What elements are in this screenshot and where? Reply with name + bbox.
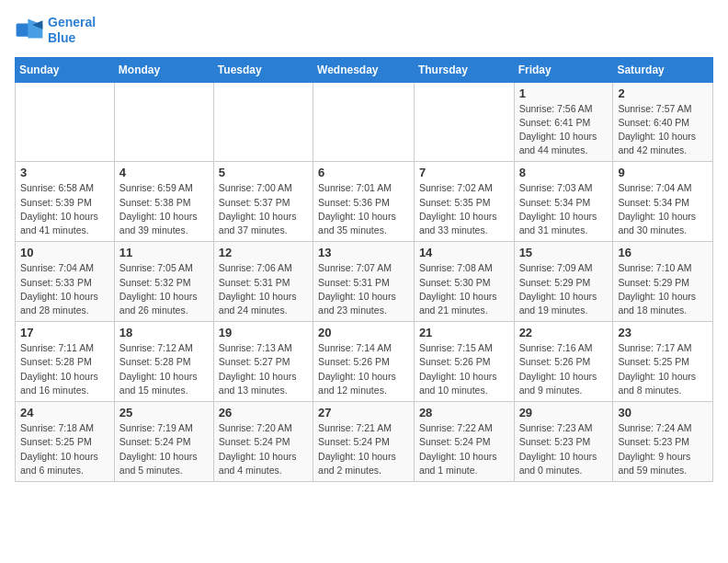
day-cell: 5Sunrise: 7:00 AMSunset: 5:37 PMDaylight… (213, 162, 313, 242)
day-info: Sunrise: 7:04 AMSunset: 5:34 PMDaylight:… (618, 181, 708, 237)
day-cell: 17Sunrise: 7:11 AMSunset: 5:28 PMDayligh… (16, 322, 115, 402)
day-cell: 9Sunrise: 7:04 AMSunset: 5:34 PMDaylight… (613, 162, 713, 242)
day-info: Sunrise: 7:22 AMSunset: 5:24 PMDaylight:… (419, 421, 509, 477)
day-number: 15 (519, 246, 609, 259)
week-row-2: 10Sunrise: 7:04 AMSunset: 5:33 PMDayligh… (16, 242, 713, 322)
day-info: Sunrise: 7:01 AMSunset: 5:36 PMDaylight:… (318, 181, 409, 237)
day-number: 20 (318, 326, 409, 339)
day-cell: 11Sunrise: 7:05 AMSunset: 5:32 PMDayligh… (114, 242, 213, 322)
day-number: 23 (618, 326, 708, 339)
week-row-3: 17Sunrise: 7:11 AMSunset: 5:28 PMDayligh… (16, 322, 713, 402)
day-number: 5 (219, 166, 308, 179)
day-number: 3 (20, 166, 109, 179)
calendar-table: SundayMondayTuesdayWednesdayThursdayFrid… (15, 57, 713, 482)
day-number: 22 (519, 326, 609, 339)
day-info: Sunrise: 7:09 AMSunset: 5:29 PMDaylight:… (519, 261, 609, 317)
day-info: Sunrise: 7:07 AMSunset: 5:31 PMDaylight:… (318, 261, 409, 317)
day-cell: 3Sunrise: 6:58 AMSunset: 5:39 PMDaylight… (16, 162, 115, 242)
day-cell: 19Sunrise: 7:13 AMSunset: 5:27 PMDayligh… (213, 322, 313, 402)
day-info: Sunrise: 7:10 AMSunset: 5:29 PMDaylight:… (618, 261, 708, 317)
day-cell: 4Sunrise: 6:59 AMSunset: 5:38 PMDaylight… (114, 162, 213, 242)
logo-text: General Blue (48, 15, 96, 46)
day-number: 30 (618, 406, 708, 419)
day-info: Sunrise: 7:23 AMSunset: 5:23 PMDaylight:… (519, 421, 609, 477)
day-cell: 14Sunrise: 7:08 AMSunset: 5:30 PMDayligh… (414, 242, 514, 322)
day-cell (114, 82, 213, 162)
header-saturday: Saturday (613, 57, 713, 82)
day-number: 16 (618, 246, 708, 259)
day-number: 24 (20, 406, 109, 419)
day-cell: 24Sunrise: 7:18 AMSunset: 5:25 PMDayligh… (16, 402, 115, 482)
day-info: Sunrise: 7:03 AMSunset: 5:34 PMDaylight:… (519, 181, 609, 237)
page-header: General Blue (15, 15, 713, 46)
day-cell: 29Sunrise: 7:23 AMSunset: 5:23 PMDayligh… (514, 402, 613, 482)
header-thursday: Thursday (414, 57, 514, 82)
header-tuesday: Tuesday (213, 57, 313, 82)
week-row-1: 3Sunrise: 6:58 AMSunset: 5:39 PMDaylight… (16, 162, 713, 242)
day-info: Sunrise: 7:57 AMSunset: 6:40 PMDaylight:… (618, 102, 708, 158)
day-cell: 2Sunrise: 7:57 AMSunset: 6:40 PMDaylight… (613, 82, 713, 162)
day-info: Sunrise: 7:16 AMSunset: 5:26 PMDaylight:… (519, 341, 609, 397)
day-number: 4 (119, 166, 209, 179)
day-cell: 7Sunrise: 7:02 AMSunset: 5:35 PMDaylight… (414, 162, 514, 242)
day-info: Sunrise: 7:12 AMSunset: 5:28 PMDaylight:… (119, 341, 209, 397)
day-cell: 26Sunrise: 7:20 AMSunset: 5:24 PMDayligh… (213, 402, 313, 482)
day-info: Sunrise: 7:56 AMSunset: 6:41 PMDaylight:… (519, 102, 609, 158)
day-info: Sunrise: 7:17 AMSunset: 5:25 PMDaylight:… (618, 341, 708, 397)
day-number: 11 (119, 246, 209, 259)
day-cell: 21Sunrise: 7:15 AMSunset: 5:26 PMDayligh… (414, 322, 514, 402)
day-info: Sunrise: 7:04 AMSunset: 5:33 PMDaylight:… (20, 261, 109, 317)
day-number: 29 (519, 406, 609, 419)
day-number: 1 (519, 86, 609, 100)
day-number: 28 (419, 406, 509, 419)
day-number: 21 (419, 326, 509, 339)
day-info: Sunrise: 7:15 AMSunset: 5:26 PMDaylight:… (419, 341, 509, 397)
day-cell: 10Sunrise: 7:04 AMSunset: 5:33 PMDayligh… (16, 242, 115, 322)
day-info: Sunrise: 7:00 AMSunset: 5:37 PMDaylight:… (219, 181, 308, 237)
week-row-4: 24Sunrise: 7:18 AMSunset: 5:25 PMDayligh… (16, 402, 713, 482)
day-cell: 28Sunrise: 7:22 AMSunset: 5:24 PMDayligh… (414, 402, 514, 482)
day-info: Sunrise: 7:20 AMSunset: 5:24 PMDaylight:… (219, 421, 308, 477)
day-info: Sunrise: 7:21 AMSunset: 5:24 PMDaylight:… (318, 421, 409, 477)
day-number: 8 (519, 166, 609, 179)
day-number: 19 (219, 326, 308, 339)
header-monday: Monday (114, 57, 213, 82)
day-info: Sunrise: 6:58 AMSunset: 5:39 PMDaylight:… (20, 181, 109, 237)
day-info: Sunrise: 7:02 AMSunset: 5:35 PMDaylight:… (419, 181, 509, 237)
day-number: 6 (318, 166, 409, 179)
day-cell: 25Sunrise: 7:19 AMSunset: 5:24 PMDayligh… (114, 402, 213, 482)
day-number: 25 (119, 406, 209, 419)
day-cell: 30Sunrise: 7:24 AMSunset: 5:23 PMDayligh… (613, 402, 713, 482)
day-number: 27 (318, 406, 409, 419)
day-cell: 12Sunrise: 7:06 AMSunset: 5:31 PMDayligh… (213, 242, 313, 322)
week-row-0: 1Sunrise: 7:56 AMSunset: 6:41 PMDaylight… (16, 82, 713, 162)
header-wednesday: Wednesday (313, 57, 415, 82)
day-number: 2 (618, 86, 708, 100)
day-cell: 22Sunrise: 7:16 AMSunset: 5:26 PMDayligh… (514, 322, 613, 402)
header-friday: Friday (514, 57, 613, 82)
day-number: 26 (219, 406, 308, 419)
day-info: Sunrise: 7:06 AMSunset: 5:31 PMDaylight:… (219, 261, 308, 317)
day-number: 7 (419, 166, 509, 179)
day-cell: 23Sunrise: 7:17 AMSunset: 5:25 PMDayligh… (613, 322, 713, 402)
day-number: 17 (20, 326, 109, 339)
logo: General Blue (15, 15, 96, 46)
day-number: 13 (318, 246, 409, 259)
day-number: 14 (419, 246, 509, 259)
day-cell (313, 82, 415, 162)
day-number: 12 (219, 246, 308, 259)
day-cell: 20Sunrise: 7:14 AMSunset: 5:26 PMDayligh… (313, 322, 415, 402)
day-info: Sunrise: 7:08 AMSunset: 5:30 PMDaylight:… (419, 261, 509, 317)
day-cell (213, 82, 313, 162)
day-number: 10 (20, 246, 109, 259)
day-info: Sunrise: 7:14 AMSunset: 5:26 PMDaylight:… (318, 341, 409, 397)
header-row: SundayMondayTuesdayWednesdayThursdayFrid… (16, 57, 713, 82)
day-cell: 15Sunrise: 7:09 AMSunset: 5:29 PMDayligh… (514, 242, 613, 322)
day-cell: 16Sunrise: 7:10 AMSunset: 5:29 PMDayligh… (613, 242, 713, 322)
logo-icon (15, 17, 44, 43)
day-cell (16, 82, 115, 162)
day-info: Sunrise: 7:24 AMSunset: 5:23 PMDaylight:… (618, 421, 708, 477)
day-cell: 6Sunrise: 7:01 AMSunset: 5:36 PMDaylight… (313, 162, 415, 242)
day-cell: 18Sunrise: 7:12 AMSunset: 5:28 PMDayligh… (114, 322, 213, 402)
day-cell: 8Sunrise: 7:03 AMSunset: 5:34 PMDaylight… (514, 162, 613, 242)
